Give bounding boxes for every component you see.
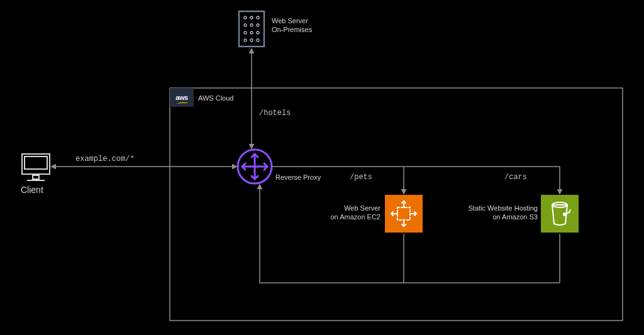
route-pets-label: /pets — [350, 173, 372, 183]
proxy-label: Reverse Proxy — [275, 173, 321, 182]
svg-point-9 — [244, 24, 247, 26]
ec2-label: Web Server on Amazon EC2 — [296, 204, 380, 222]
svg-rect-1 — [25, 157, 47, 169]
svg-point-17 — [257, 39, 259, 41]
s3-label: Static Website Hosting on Amazon S3 — [431, 204, 538, 222]
aws-cloud-label: AWS Cloud — [198, 94, 233, 102]
route-cars-label: /cars — [504, 173, 527, 183]
edge-ec2-return — [260, 185, 404, 283]
aws-logo-text: aws — [175, 94, 187, 101]
svg-point-16 — [250, 39, 253, 41]
svg-point-8 — [257, 16, 259, 19]
client-label: Client — [21, 184, 43, 195]
onprem-server-icon — [239, 11, 264, 47]
edge-s3-return — [404, 234, 560, 283]
edge-proxy-s3 — [404, 167, 560, 194]
aws-logo-badge: aws — [170, 88, 194, 107]
svg-rect-2 — [33, 175, 39, 179]
s3-icon — [541, 195, 579, 233]
reverse-proxy-icon — [238, 150, 272, 184]
svg-rect-27 — [541, 195, 579, 233]
svg-point-12 — [244, 31, 247, 34]
ec2-icon — [385, 195, 423, 233]
svg-point-7 — [250, 16, 253, 19]
diagram-svg — [0, 0, 644, 335]
client-icon — [22, 154, 50, 180]
svg-point-11 — [257, 24, 259, 26]
svg-point-14 — [257, 31, 259, 34]
route-hotels-label: /hotels — [259, 109, 291, 119]
svg-point-15 — [244, 39, 247, 41]
architecture-diagram: aws AWS Cloud Client example.com/* Web S… — [0, 0, 644, 335]
svg-point-6 — [244, 16, 247, 19]
client-path-label: example.com/* — [75, 155, 135, 165]
onprem-label: Web Server On-Premises — [272, 16, 312, 35]
svg-point-13 — [250, 31, 253, 34]
svg-point-10 — [250, 24, 253, 26]
